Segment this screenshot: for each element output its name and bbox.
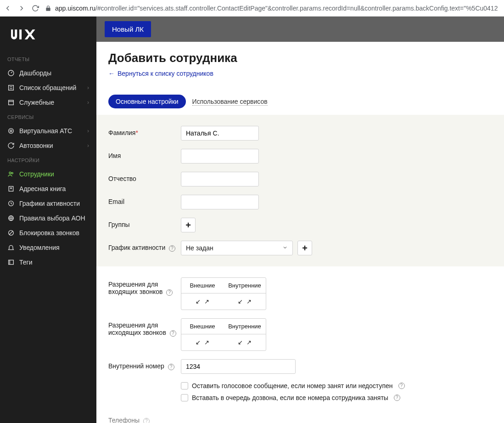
sidebar-item-label: Адресная книга xyxy=(19,185,66,192)
gauge-icon xyxy=(7,69,15,77)
surname-input[interactable] xyxy=(181,126,259,141)
perm-table-outgoing: Внешние Внутренние ↙ ↗ ↙ ↗ xyxy=(181,318,266,351)
sidebar-item-label: Служебные xyxy=(19,99,54,106)
sidebar-item-staff[interactable]: Сотрудники xyxy=(0,167,96,181)
label-groups: Группы xyxy=(108,218,181,228)
perm-col-internal: Внутренние xyxy=(224,319,266,334)
help-icon[interactable]: ? xyxy=(170,330,176,337)
queue-checkbox[interactable] xyxy=(181,394,188,401)
logo xyxy=(0,20,96,52)
perm-table-incoming: Внешние Внутренние ↙ ↗ ↙ ↗ xyxy=(181,277,266,310)
page-header: Добавить сотрудника ← Вернуться к списку… xyxy=(96,42,504,86)
url-domain: app.uiscom.ru xyxy=(55,5,95,12)
sidebar-item-label: Виртуальная АТС xyxy=(19,127,72,135)
globe-icon xyxy=(7,214,15,222)
lock-icon xyxy=(45,5,51,11)
chevron-right-icon: › xyxy=(87,128,89,134)
ban-icon xyxy=(7,229,15,237)
book-icon xyxy=(7,185,15,192)
name-input[interactable] xyxy=(181,149,259,164)
label-schedule: График активности ? xyxy=(108,241,181,252)
sidebar: ОТЧЕТЫ Дашборды Список обращений › Служе… xyxy=(0,17,96,423)
back-icon[interactable] xyxy=(4,4,12,12)
checkbox-label: Оставить голосовое сообщение, если номер… xyxy=(192,382,393,389)
sidebar-item-activity[interactable]: Графики активности xyxy=(0,196,96,211)
svg-rect-18 xyxy=(9,260,14,264)
chevron-right-icon: › xyxy=(87,142,89,149)
sidebar-item-label: Правила выбора АОН xyxy=(19,214,85,222)
perm-col-external: Внешние xyxy=(181,278,224,293)
svg-point-9 xyxy=(11,172,13,174)
schedule-value: Не задан xyxy=(186,244,213,252)
nav-section-settings: НАСТРОЙКИ xyxy=(0,153,96,167)
svg-rect-1 xyxy=(9,85,14,90)
plus-icon: + xyxy=(185,220,191,231)
email-input[interactable] xyxy=(181,195,259,209)
arrow-out-icon[interactable]: ↗ xyxy=(204,298,209,305)
perm-col-external: Внешние xyxy=(181,319,224,334)
voicemail-checkbox[interactable] xyxy=(181,382,188,389)
arrow-in-icon[interactable]: ↙ xyxy=(196,298,201,305)
sidebar-item-label: Список обращений xyxy=(19,84,76,91)
back-link-text: Вернуться к списку сотрудников xyxy=(118,70,213,77)
nav-section-services: СЕРВИСЫ xyxy=(0,110,96,124)
arrow-in-icon[interactable]: ↙ xyxy=(238,339,243,346)
sidebar-item-notifications[interactable]: Уведомления xyxy=(0,240,96,255)
sidebar-item-dashboards[interactable]: Дашборды xyxy=(0,66,96,80)
topbar: Новый ЛК xyxy=(96,17,504,42)
help-icon[interactable]: ? xyxy=(166,289,173,296)
checkbox-queue-row: Вставать в очередь дозвона, если все ном… xyxy=(181,394,492,401)
sidebar-item-autocalls[interactable]: Автозвонки › xyxy=(0,138,96,153)
tag-icon xyxy=(7,259,15,266)
arrow-out-icon[interactable]: ↗ xyxy=(246,339,252,346)
svg-point-6 xyxy=(9,129,14,134)
label-name: Имя xyxy=(108,149,181,159)
sidebar-item-virtual-ats[interactable]: Виртуальная АТС › xyxy=(0,124,96,138)
svg-point-11 xyxy=(11,187,12,189)
add-group-button[interactable]: + xyxy=(181,218,196,232)
add-schedule-button[interactable]: + xyxy=(297,241,312,255)
help-icon[interactable]: ? xyxy=(168,364,174,370)
help-icon[interactable]: ? xyxy=(143,418,150,423)
tab-main[interactable]: Основные настройки xyxy=(108,95,186,108)
schedule-select[interactable]: Не задан xyxy=(181,241,293,255)
arrow-out-icon[interactable]: ↗ xyxy=(246,298,252,305)
browser-toolbar: app.uiscom.ru/#controller.id="services.a… xyxy=(0,0,504,17)
checkbox-voicemail-row: Оставить голосовое сообщение, если номер… xyxy=(181,382,492,389)
svg-point-7 xyxy=(10,130,12,132)
list-icon xyxy=(7,84,15,91)
sidebar-item-label: Уведомления xyxy=(19,244,60,251)
reload-icon[interactable] xyxy=(31,4,39,12)
arrow-out-icon[interactable]: ↗ xyxy=(204,339,209,346)
sidebar-item-service[interactable]: Служебные › xyxy=(0,95,96,110)
label-ext-number: Внутренний номер ? xyxy=(108,359,181,370)
label-perm-outgoing: Разрешения для исходящих звонков ? xyxy=(108,318,181,337)
sidebar-item-aon[interactable]: Правила выбора АОН xyxy=(0,211,96,226)
back-link[interactable]: ← Вернуться к списку сотрудников xyxy=(108,70,492,77)
forward-icon[interactable] xyxy=(17,4,26,12)
tab-services[interactable]: Использование сервисов xyxy=(192,98,268,106)
sidebar-item-block[interactable]: Блокировка звонков xyxy=(0,226,96,240)
arrow-in-icon[interactable]: ↙ xyxy=(238,298,243,305)
form-section-basic: Фамилия* Имя Отчество Email Группы + Гра… xyxy=(96,115,504,266)
calendar-icon xyxy=(7,99,15,106)
url-path: /#controller.id="services.ats.staff.cont… xyxy=(95,5,498,12)
sidebar-item-tags[interactable]: Теги xyxy=(0,255,96,270)
address-bar[interactable]: app.uiscom.ru/#controller.id="services.a… xyxy=(45,5,500,12)
nav-section-reports: ОТЧЕТЫ xyxy=(0,52,96,66)
help-icon[interactable]: ? xyxy=(394,395,400,401)
help-icon[interactable]: ? xyxy=(169,245,175,252)
new-lk-button[interactable]: Новый ЛК xyxy=(105,21,151,37)
clock-icon xyxy=(7,200,15,207)
chevron-right-icon: › xyxy=(87,85,89,91)
sidebar-item-address-book[interactable]: Адресная книга xyxy=(0,181,96,196)
sidebar-item-requests[interactable]: Список обращений › xyxy=(0,80,96,95)
label-email: Email xyxy=(108,195,181,205)
arrow-in-icon[interactable]: ↙ xyxy=(196,339,201,346)
tabs: Основные настройки Использование сервисо… xyxy=(96,86,504,115)
ext-number-input[interactable] xyxy=(181,359,296,374)
help-icon[interactable]: ? xyxy=(398,383,405,389)
sidebar-item-label: Дашборды xyxy=(19,69,51,77)
patronymic-input[interactable] xyxy=(181,172,259,186)
sidebar-item-label: Теги xyxy=(19,259,32,266)
